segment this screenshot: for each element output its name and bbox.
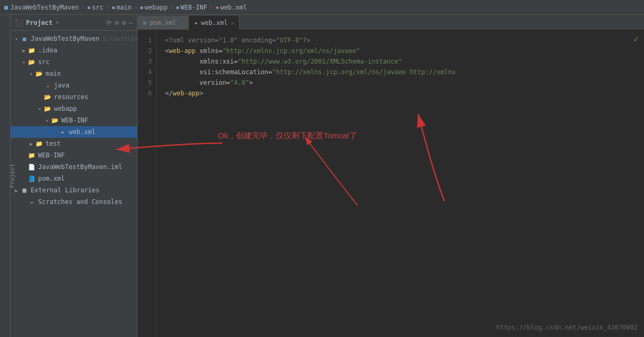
project-icon: ■ <box>4 4 8 11</box>
tree-item-java[interactable]: ☕ java <box>11 79 137 91</box>
tree-label-pom: pom.xml <box>38 175 65 182</box>
pom-file-icon: 📘 <box>28 174 36 183</box>
tree-item-test[interactable]: ▶ 📁 test <box>11 138 137 149</box>
webinf-folder-icon: 📂 <box>51 116 59 125</box>
dropdown-arrow-icon[interactable]: ▾ <box>56 20 59 25</box>
folder-icon-src: 📂 <box>28 58 36 66</box>
tree-label-webinf: WEB-INF <box>61 117 88 124</box>
title-bar: ■ JavaWebTestByMaven › ▪ src › ▪ main › … <box>0 0 644 15</box>
tree-item-main[interactable]: ▾ 📂 main <box>11 68 137 79</box>
tree-label-idea: .idea <box>38 47 57 54</box>
tree-item-webinf2[interactable]: 📁 WEB-INF <box>11 149 137 161</box>
arrow-webinf: ▾ <box>43 118 51 123</box>
line-numbers: 1 2 3 4 5 6 <box>138 31 157 337</box>
tab-pom-label: pom.xml <box>150 19 177 26</box>
project-icon-root: ■ <box>20 34 29 43</box>
arrow-main: ▾ <box>28 71 35 77</box>
breadcrumb-webxml: web.xml <box>220 4 247 11</box>
folder-icon-main: 📂 <box>35 69 43 78</box>
tab-webxml-close[interactable]: ✕ <box>231 20 234 26</box>
tree-label-webxml: web.xml <box>69 128 96 136</box>
collapse-icon[interactable]: ⊟ <box>115 19 119 26</box>
java-folder-icon: ☕ <box>43 81 52 90</box>
breadcrumb-src: src <box>92 4 104 11</box>
settings-icon[interactable]: ⚙ <box>122 19 126 26</box>
webinf2-folder-icon: 📁 <box>28 151 36 159</box>
tree-item-extlib[interactable]: ▶ ▦ External Libraries <box>11 184 137 196</box>
scratch-icon: ✏ <box>28 198 36 206</box>
tab-pom-icon: m <box>143 20 147 26</box>
tree-label-extlib: External Libraries <box>31 187 99 194</box>
tree-item-iml[interactable]: 📄 JavaWebTestByMaven.iml <box>11 161 137 173</box>
tab-pom-close[interactable]: ✕ <box>179 20 183 26</box>
tree-item-webapp[interactable]: ▾ 📂 webapp <box>11 103 137 114</box>
tab-webxml[interactable]: ✦ web.xml ✕ <box>189 16 240 30</box>
folder-icon-idea: 📁 <box>28 46 36 55</box>
project-tree: ▾ ■ JavaWebTestByMaven S:\Soft\IntelliJ … <box>11 31 137 337</box>
tree-label-webinf2: WEB-INF <box>38 152 65 159</box>
xml-file-icon-title: ✦ <box>215 4 219 11</box>
test-folder-icon: 📁 <box>35 139 43 148</box>
arrow-webapp: ▾ <box>36 106 43 112</box>
tree-item-idea[interactable]: ▶ 📁 .idea <box>11 45 137 56</box>
token-prolog-1: <?xml version= <box>165 35 219 46</box>
code-line-4: xsi:schemaLocation="http://xmlns.jcp.org… <box>165 67 636 77</box>
project-panel: ⬛ Project ▾ ⟳ ⊟ ⚙ — ▾ ■ JavaWebTestByMav… <box>11 15 138 337</box>
arrow-root: ▾ <box>13 36 20 42</box>
folder-icon-webinf: ▪ <box>176 4 179 11</box>
webxml-file-icon: ✦ <box>58 128 67 136</box>
project-panel-title: ⬛ Project ▾ <box>15 19 59 26</box>
code-line-5: version="4.0"> <box>165 77 636 88</box>
watermark: https://blog.csdn.net/weixin_43670802 <box>496 322 638 333</box>
tree-label-java: java <box>54 82 69 89</box>
breadcrumb-main: main <box>116 4 132 11</box>
tree-label-webapp: webapp <box>54 105 77 112</box>
code-line-2: <web-app xmlns="http://xmlns.jcp.org/xml… <box>165 46 636 56</box>
tree-item-scratch[interactable]: ✏ Scratches and Consoles <box>11 196 137 208</box>
code-line-6: </web-app> <box>165 88 636 99</box>
annotation-text: Ok，创建完毕，仅仅剩下配置Tomcat了 <box>218 130 644 141</box>
folder-icon-webapp: ▪ <box>140 4 143 11</box>
tree-item-pom[interactable]: 📘 pom.xml <box>11 173 137 184</box>
sync-icon[interactable]: ⟳ <box>106 19 112 26</box>
project-sidebar-strip[interactable]: Project <box>0 15 11 337</box>
tree-item-src[interactable]: ▾ 📂 src <box>11 56 137 68</box>
resources-folder-icon: 📂 <box>43 93 52 101</box>
code-content[interactable]: <?xml version="1.0" encoding="UTF-8"?> <… <box>157 31 644 337</box>
iml-file-icon: 📄 <box>28 163 36 171</box>
breadcrumb-webinf: WEB-INF <box>180 4 207 11</box>
tree-label-root: JavaWebTestByMaven <box>31 35 99 42</box>
tree-item-webinf[interactable]: ▾ 📂 WEB-INF <box>11 114 137 126</box>
breadcrumb-webapp: webapp <box>144 4 167 11</box>
folder-icon-panel: ⬛ <box>15 19 23 26</box>
tree-path-root: S:\Soft\IntelliJ IDEA 2019.2.3\Ideal <box>103 36 137 42</box>
arrow-test: ▶ <box>28 141 35 147</box>
annotation-label: Ok，创建完毕，仅仅剩下配置Tomcat了 <box>218 131 357 140</box>
code-editor[interactable]: 1 2 3 4 5 6 <?xml version="1.0" encoding… <box>138 31 644 337</box>
project-label: Project <box>9 164 16 188</box>
tree-label-main: main <box>46 70 61 77</box>
tree-label-test: test <box>46 140 61 147</box>
panel-controls: ⟳ ⊟ ⚙ — <box>106 19 133 26</box>
editor-area: m pom.xml ✕ ✦ web.xml ✕ 1 2 3 4 5 6 <box>138 15 644 337</box>
folder-icon-main: ▪ <box>112 4 115 11</box>
tab-webxml-icon: ✦ <box>194 20 198 26</box>
project-panel-header: ⬛ Project ▾ ⟳ ⊟ ⚙ — <box>11 15 137 31</box>
tree-label-iml: JavaWebTestByMaven.iml <box>38 163 122 171</box>
tab-webxml-label: web.xml <box>201 19 228 26</box>
arrow-idea: ▶ <box>20 48 28 54</box>
tabs-bar: m pom.xml ✕ ✦ web.xml ✕ <box>138 15 644 31</box>
tree-label-src: src <box>38 58 50 66</box>
extlib-icon: ▦ <box>20 186 29 194</box>
tree-label-scratch: Scratches and Consoles <box>38 198 122 206</box>
breadcrumb-project: JavaWebTestByMaven <box>10 4 79 11</box>
close-panel-icon[interactable]: — <box>129 19 133 26</box>
tree-item-root[interactable]: ▾ ■ JavaWebTestByMaven S:\Soft\IntelliJ … <box>11 33 137 45</box>
editor-checkmark: ✓ <box>633 34 639 45</box>
folder-icon-src: ▪ <box>87 4 91 11</box>
code-line-1: <?xml version="1.0" encoding="UTF-8"?> <box>165 35 636 46</box>
tree-item-webxml[interactable]: ✦ web.xml <box>11 126 137 138</box>
tree-label-resources: resources <box>54 93 88 101</box>
tab-pom[interactable]: m pom.xml ✕ <box>138 16 188 30</box>
tree-item-resources[interactable]: 📂 resources <box>11 91 137 103</box>
